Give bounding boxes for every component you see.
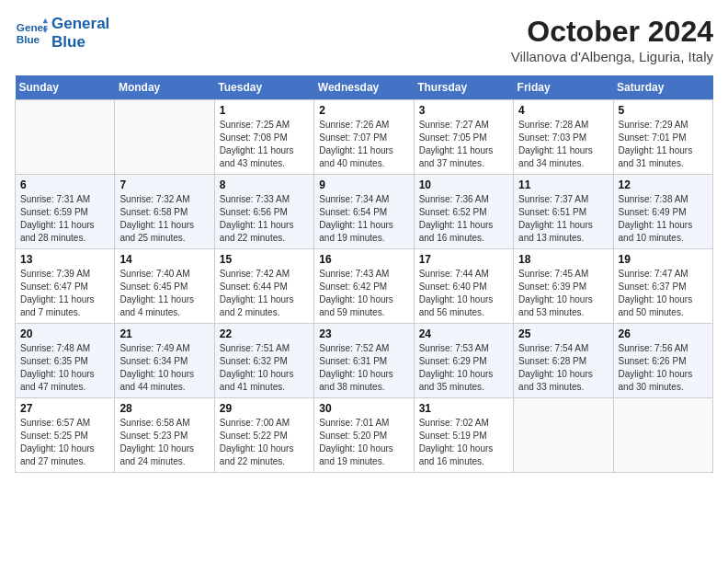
day-info: Sunrise: 7:44 AM Sunset: 6:40 PM Dayligh… — [419, 268, 508, 319]
day-number: 11 — [518, 178, 608, 191]
calendar-cell: 14Sunrise: 7:40 AM Sunset: 6:45 PM Dayli… — [115, 249, 214, 324]
day-info: Sunrise: 7:56 AM Sunset: 6:26 PM Dayligh… — [619, 342, 708, 394]
calendar-header: SundayMondayTuesdayWednesdayThursdayFrid… — [16, 75, 713, 100]
calendar-cell: 8Sunrise: 7:33 AM Sunset: 6:56 PM Daylig… — [214, 175, 313, 249]
day-info: Sunrise: 7:49 AM Sunset: 6:34 PM Dayligh… — [119, 342, 209, 394]
calendar-cell: 18Sunrise: 7:45 AM Sunset: 6:39 PM Dayli… — [514, 249, 613, 324]
calendar-cell: 28Sunrise: 6:58 AM Sunset: 5:23 PM Dayli… — [115, 398, 214, 473]
day-info: Sunrise: 7:40 AM Sunset: 6:45 PM Dayligh… — [119, 268, 209, 319]
day-info: Sunrise: 7:02 AM Sunset: 5:19 PM Dayligh… — [419, 417, 508, 468]
page-header: General Blue General Blue October 2024 V… — [15, 15, 713, 64]
day-info: Sunrise: 7:33 AM Sunset: 6:56 PM Dayligh… — [220, 193, 309, 245]
day-number: 23 — [319, 327, 408, 340]
day-number: 31 — [419, 402, 508, 415]
day-number: 13 — [20, 253, 109, 266]
day-number: 14 — [119, 253, 209, 266]
day-number: 27 — [20, 402, 109, 415]
calendar-cell: 1Sunrise: 7:25 AM Sunset: 7:08 PM Daylig… — [214, 100, 313, 175]
day-number: 25 — [518, 327, 608, 340]
day-info: Sunrise: 7:27 AM Sunset: 7:05 PM Dayligh… — [419, 119, 508, 170]
weekday-header: Wednesday — [314, 75, 414, 100]
day-number: 29 — [220, 402, 309, 415]
calendar-cell: 11Sunrise: 7:37 AM Sunset: 6:51 PM Dayli… — [514, 175, 613, 249]
day-number: 20 — [20, 327, 109, 340]
calendar-cell: 29Sunrise: 7:00 AM Sunset: 5:22 PM Dayli… — [214, 398, 313, 473]
calendar-cell — [613, 398, 712, 473]
day-info: Sunrise: 6:58 AM Sunset: 5:23 PM Dayligh… — [119, 417, 209, 468]
day-number: 26 — [619, 327, 708, 340]
logo-blue: Blue — [51, 33, 109, 52]
calendar-cell: 10Sunrise: 7:36 AM Sunset: 6:52 PM Dayli… — [414, 175, 513, 249]
day-info: Sunrise: 7:53 AM Sunset: 6:29 PM Dayligh… — [419, 342, 508, 394]
calendar-cell: 16Sunrise: 7:43 AM Sunset: 6:42 PM Dayli… — [314, 249, 414, 324]
calendar-cell: 27Sunrise: 6:57 AM Sunset: 5:25 PM Dayli… — [16, 398, 115, 473]
day-info: Sunrise: 7:26 AM Sunset: 7:07 PM Dayligh… — [319, 119, 408, 170]
calendar-cell: 31Sunrise: 7:02 AM Sunset: 5:19 PM Dayli… — [414, 398, 513, 473]
day-number: 18 — [518, 253, 608, 266]
calendar-cell: 12Sunrise: 7:38 AM Sunset: 6:49 PM Dayli… — [613, 175, 712, 249]
day-number: 3 — [419, 104, 508, 117]
day-info: Sunrise: 7:32 AM Sunset: 6:58 PM Dayligh… — [119, 193, 209, 245]
weekday-header: Monday — [115, 75, 214, 100]
calendar-cell: 26Sunrise: 7:56 AM Sunset: 6:26 PM Dayli… — [613, 324, 712, 398]
day-number: 9 — [319, 178, 408, 191]
logo-icon: General Blue — [15, 17, 48, 50]
day-number: 28 — [119, 402, 209, 415]
calendar-cell: 13Sunrise: 7:39 AM Sunset: 6:47 PM Dayli… — [16, 249, 115, 324]
day-number: 24 — [419, 327, 508, 340]
day-info: Sunrise: 6:57 AM Sunset: 5:25 PM Dayligh… — [20, 417, 109, 468]
day-info: Sunrise: 7:00 AM Sunset: 5:22 PM Dayligh… — [220, 417, 309, 468]
day-info: Sunrise: 7:34 AM Sunset: 6:54 PM Dayligh… — [319, 193, 408, 245]
calendar-cell: 4Sunrise: 7:28 AM Sunset: 7:03 PM Daylig… — [514, 100, 613, 175]
day-number: 12 — [619, 178, 708, 191]
day-number: 6 — [20, 178, 109, 191]
day-info: Sunrise: 7:48 AM Sunset: 6:35 PM Dayligh… — [20, 342, 109, 394]
day-info: Sunrise: 7:42 AM Sunset: 6:44 PM Dayligh… — [220, 268, 309, 319]
day-number: 4 — [518, 104, 608, 117]
month-title: October 2024 — [511, 15, 713, 49]
day-number: 22 — [220, 327, 309, 340]
calendar-cell — [16, 100, 115, 175]
day-info: Sunrise: 7:51 AM Sunset: 6:32 PM Dayligh… — [220, 342, 309, 394]
calendar-cell: 19Sunrise: 7:47 AM Sunset: 6:37 PM Dayli… — [613, 249, 712, 324]
day-info: Sunrise: 7:31 AM Sunset: 6:59 PM Dayligh… — [20, 193, 109, 245]
location: Villanova d'Albenga, Liguria, Italy — [511, 49, 713, 64]
day-number: 19 — [619, 253, 708, 266]
day-number: 5 — [619, 104, 708, 117]
weekday-header: Tuesday — [214, 75, 313, 100]
day-number: 7 — [119, 178, 209, 191]
day-number: 16 — [319, 253, 408, 266]
calendar-cell: 23Sunrise: 7:52 AM Sunset: 6:31 PM Dayli… — [314, 324, 414, 398]
day-info: Sunrise: 7:01 AM Sunset: 5:20 PM Dayligh… — [319, 417, 408, 468]
calendar-cell: 2Sunrise: 7:26 AM Sunset: 7:07 PM Daylig… — [314, 100, 414, 175]
day-info: Sunrise: 7:29 AM Sunset: 7:01 PM Dayligh… — [619, 119, 708, 170]
day-number: 8 — [220, 178, 309, 191]
day-info: Sunrise: 7:52 AM Sunset: 6:31 PM Dayligh… — [319, 342, 408, 394]
day-info: Sunrise: 7:39 AM Sunset: 6:47 PM Dayligh… — [20, 268, 109, 319]
day-number: 15 — [220, 253, 309, 266]
logo: General Blue General Blue — [15, 15, 109, 52]
calendar-cell: 6Sunrise: 7:31 AM Sunset: 6:59 PM Daylig… — [16, 175, 115, 249]
calendar-cell — [115, 100, 214, 175]
calendar-cell: 20Sunrise: 7:48 AM Sunset: 6:35 PM Dayli… — [16, 324, 115, 398]
day-number: 1 — [220, 104, 309, 117]
calendar-cell — [514, 398, 613, 473]
calendar-cell: 15Sunrise: 7:42 AM Sunset: 6:44 PM Dayli… — [214, 249, 313, 324]
weekday-header: Saturday — [613, 75, 712, 100]
weekday-header: Friday — [514, 75, 613, 100]
calendar-cell: 17Sunrise: 7:44 AM Sunset: 6:40 PM Dayli… — [414, 249, 513, 324]
calendar-body: 1Sunrise: 7:25 AM Sunset: 7:08 PM Daylig… — [16, 100, 713, 473]
day-number: 30 — [319, 402, 408, 415]
weekday-header: Thursday — [414, 75, 513, 100]
day-number: 21 — [119, 327, 209, 340]
day-info: Sunrise: 7:25 AM Sunset: 7:08 PM Dayligh… — [220, 119, 309, 170]
day-info: Sunrise: 7:43 AM Sunset: 6:42 PM Dayligh… — [319, 268, 408, 319]
day-info: Sunrise: 7:37 AM Sunset: 6:51 PM Dayligh… — [518, 193, 608, 245]
day-info: Sunrise: 7:47 AM Sunset: 6:37 PM Dayligh… — [619, 268, 708, 319]
day-info: Sunrise: 7:45 AM Sunset: 6:39 PM Dayligh… — [518, 268, 608, 319]
calendar-cell: 21Sunrise: 7:49 AM Sunset: 6:34 PM Dayli… — [115, 324, 214, 398]
calendar-cell: 25Sunrise: 7:54 AM Sunset: 6:28 PM Dayli… — [514, 324, 613, 398]
day-number: 17 — [419, 253, 508, 266]
svg-text:Blue: Blue — [17, 33, 40, 45]
calendar-cell: 24Sunrise: 7:53 AM Sunset: 6:29 PM Dayli… — [414, 324, 513, 398]
